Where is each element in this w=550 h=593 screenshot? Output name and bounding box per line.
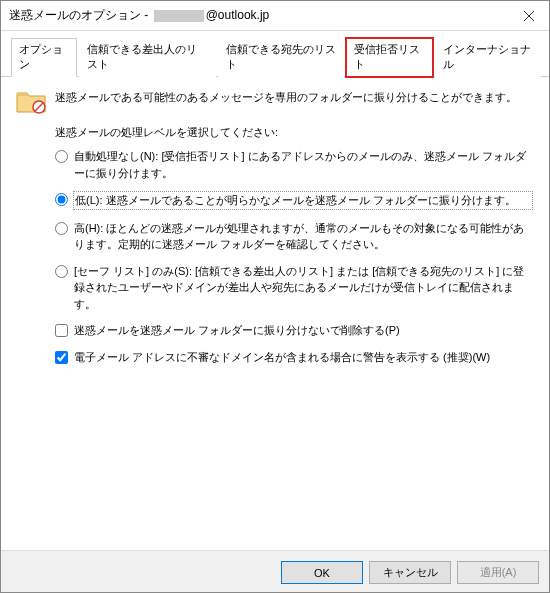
close-icon xyxy=(524,11,534,21)
radio-none-input[interactable] xyxy=(55,150,68,163)
check-delete[interactable]: 迷惑メールを迷惑メール フォルダーに振り分けないで削除する(P) xyxy=(55,322,533,339)
check-warn[interactable]: 電子メール アドレスに不審なドメイン名が含まれる場合に警告を表示する (推奨)(… xyxy=(55,349,533,366)
apply-button[interactable]: 適用(A) xyxy=(457,561,539,584)
tab-safe-senders[interactable]: 信頼できる差出人のリスト xyxy=(79,38,216,77)
check-delete-label: 迷惑メールを迷惑メール フォルダーに振り分けないで削除する(P) xyxy=(74,322,533,339)
radio-high-label: 高(H): ほとんどの迷惑メールが処理されますが、通常のメールもその対象になる可… xyxy=(74,220,533,253)
title-suffix: @outlook.jp xyxy=(206,8,270,22)
radio-high-input[interactable] xyxy=(55,222,68,235)
ok-button[interactable]: OK xyxy=(281,561,363,584)
tabstrip: オプション 信頼できる差出人のリスト 信頼できる宛先のリスト 受信拒否リスト イ… xyxy=(1,31,550,77)
radio-none-label: 自動処理なし(N): [受信拒否リスト] にあるアドレスからのメールのみ、迷惑メ… xyxy=(74,148,533,181)
tab-blocked-senders[interactable]: 受信拒否リスト xyxy=(346,38,432,77)
title-prefix: 迷惑メールのオプション - xyxy=(9,8,152,22)
junk-folder-icon xyxy=(15,87,47,115)
window-title: 迷惑メールのオプション - @outlook.jp xyxy=(9,7,506,24)
titlebar: 迷惑メールのオプション - @outlook.jp xyxy=(1,1,550,31)
checkbox-group: 迷惑メールを迷惑メール フォルダーに振り分けないで削除する(P) 電子メール ア… xyxy=(55,322,533,365)
check-warn-label: 電子メール アドレスに不審なドメイン名が含まれる場合に警告を表示する (推奨)(… xyxy=(74,349,533,366)
radio-safelist[interactable]: [セーフ リスト] のみ(S): [信頼できる差出人のリスト] または [信頼で… xyxy=(55,263,533,313)
radio-safelist-label: [セーフ リスト] のみ(S): [信頼できる差出人のリスト] または [信頼で… xyxy=(74,263,533,313)
intro-text: 迷惑メールである可能性のあるメッセージを専用のフォルダーに振り分けることができま… xyxy=(55,87,517,106)
level-label: 迷惑メールの処理レベルを選択してください: xyxy=(55,125,533,140)
radio-high[interactable]: 高(H): ほとんどの迷惑メールが処理されますが、通常のメールもその対象になる可… xyxy=(55,220,533,253)
check-warn-input[interactable] xyxy=(55,351,68,364)
title-redacted xyxy=(154,10,204,22)
close-button[interactable] xyxy=(506,1,550,30)
check-delete-input[interactable] xyxy=(55,324,68,337)
radio-safelist-input[interactable] xyxy=(55,265,68,278)
radio-low-input[interactable] xyxy=(55,193,68,206)
radio-group-level: 自動処理なし(N): [受信拒否リスト] にあるアドレスからのメールのみ、迷惑メ… xyxy=(55,148,533,312)
radio-none[interactable]: 自動処理なし(N): [受信拒否リスト] にあるアドレスからのメールのみ、迷惑メ… xyxy=(55,148,533,181)
tab-international[interactable]: インターナショナル xyxy=(435,38,541,77)
cancel-button[interactable]: キャンセル xyxy=(369,561,451,584)
radio-low[interactable]: 低(L): 迷惑メールであることが明らかなメールを迷惑メール フォルダーに振り分… xyxy=(55,191,533,210)
content-panel: 迷惑メールである可能性のあるメッセージを専用のフォルダーに振り分けることができま… xyxy=(1,77,550,563)
radio-low-label: 低(L): 迷惑メールであることが明らかなメールを迷惑メール フォルダーに振り分… xyxy=(73,191,533,210)
tab-safe-recipients[interactable]: 信頼できる宛先のリスト xyxy=(218,38,345,77)
footer: OK キャンセル 適用(A) xyxy=(1,550,550,593)
tab-option[interactable]: オプション xyxy=(11,38,77,77)
